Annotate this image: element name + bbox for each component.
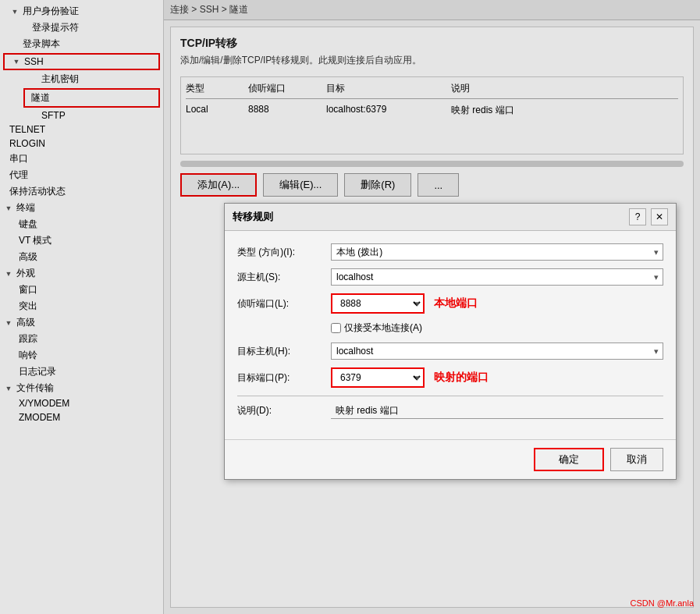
dest-host-row: 目标主机(H): localhost <box>237 342 663 360</box>
dialog-footer: 确定 取消 <box>225 439 676 479</box>
cancel-button[interactable]: 取消 <box>610 448 663 471</box>
listen-port-annotation: 本地端口 <box>434 296 478 311</box>
type-row: 类型 (方向)(I): 本地 (拨出) <box>237 243 663 261</box>
dialog-title: 转移规则 <box>233 210 273 224</box>
local-only-label: 仅接受本地连接(A) <box>344 321 422 335</box>
source-host-row: 源主机(S): localhost <box>237 268 663 286</box>
source-host-label: 源主机(S): <box>237 271 331 284</box>
type-select[interactable]: 本地 (拨出) <box>331 243 663 261</box>
type-select-wrap: 本地 (拨出) <box>331 243 663 261</box>
dest-port-annotation: 映射的端口 <box>434 371 489 385</box>
local-only-checkbox[interactable] <box>331 323 341 333</box>
dest-port-select[interactable]: 6379 <box>331 367 425 388</box>
desc-input[interactable] <box>331 403 663 419</box>
desc-input-wrap <box>331 403 663 419</box>
dest-port-select-wrap: 6379 <box>331 367 425 388</box>
desc-row: 说明(D): <box>237 403 663 419</box>
listen-port-select-wrap: 8888 <box>331 293 425 314</box>
dialog-titlebar: 转移规则 ? ✕ <box>225 204 676 231</box>
dest-host-label: 目标主机(H): <box>237 345 331 358</box>
ok-button[interactable]: 确定 <box>534 448 604 471</box>
dialog-overlay: 转移规则 ? ✕ 类型 (方向)(I): 本地 (拨出) <box>0 0 700 614</box>
listen-port-select[interactable]: 8888 <box>331 293 425 314</box>
help-button[interactable]: ? <box>629 208 646 225</box>
type-input-wrap: 本地 (拨出) <box>331 243 663 261</box>
close-button[interactable]: ✕ <box>651 208 668 225</box>
listen-port-input-wrap: 8888 本地端口 <box>331 293 663 314</box>
transfer-rule-dialog: 转移规则 ? ✕ 类型 (方向)(I): 本地 (拨出) <box>224 203 677 480</box>
desc-label: 说明(D): <box>237 404 331 417</box>
dest-port-input-wrap: 6379 映射的端口 <box>331 367 663 388</box>
source-host-input-wrap: localhost <box>331 268 663 286</box>
listen-port-row: 侦听端口(L): 8888 本地端口 <box>237 293 663 314</box>
dest-host-select[interactable]: localhost <box>331 342 663 360</box>
listen-port-label: 侦听端口(L): <box>237 297 331 311</box>
source-host-select[interactable]: localhost <box>331 268 663 286</box>
dest-port-row: 目标端口(P): 6379 映射的端口 <box>237 367 663 388</box>
dest-host-input-wrap: localhost <box>331 342 663 360</box>
dialog-controls: ? ✕ <box>629 208 668 225</box>
type-label: 类型 (方向)(I): <box>237 246 331 259</box>
separator <box>237 396 663 396</box>
watermark: CSDN @Mr.anla <box>631 598 694 608</box>
source-host-select-wrap: localhost <box>331 268 663 286</box>
dest-host-select-wrap: localhost <box>331 342 663 360</box>
dialog-content: 类型 (方向)(I): 本地 (拨出) 源主机(S): <box>225 231 676 439</box>
main-window: 用户身份验证 登录提示符 登录脚本 SSH 主机密钥 隧道 <box>0 0 700 614</box>
local-only-row: 仅接受本地连接(A) <box>331 321 663 335</box>
dest-port-label: 目标端口(P): <box>237 371 331 385</box>
